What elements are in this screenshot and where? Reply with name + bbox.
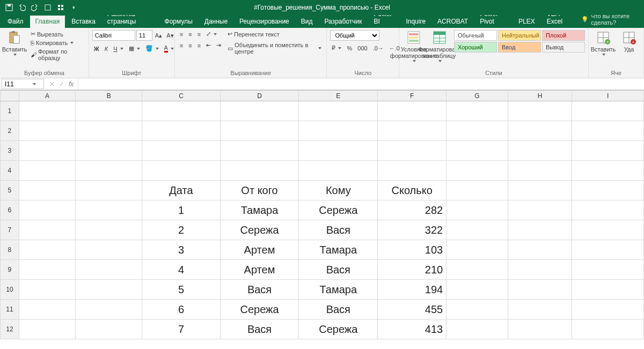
merge-center-button[interactable]: ▭Объединить и поместить в центре [226, 41, 323, 55]
cell-B7[interactable] [76, 220, 142, 240]
cell-C9[interactable]: 4 [142, 260, 220, 280]
cell-H3[interactable] [508, 141, 572, 161]
style-neutral[interactable]: Нейтральный [498, 30, 541, 41]
cell-C1[interactable] [142, 101, 220, 121]
cell-F8[interactable]: 103 [378, 240, 447, 260]
row-header-4[interactable]: 4 [1, 161, 19, 181]
row-header-5[interactable]: 5 [1, 181, 19, 201]
cell-B8[interactable] [76, 240, 142, 260]
align-bottom-icon[interactable]: ≡ [196, 31, 202, 38]
format-painter-button[interactable]: 🖌Формат по образцу [29, 48, 85, 62]
currency-icon[interactable]: ₽ [330, 44, 343, 52]
cell-D12[interactable]: Вася [220, 320, 299, 339]
tab-inquire[interactable]: Inquire [400, 16, 431, 28]
cancel-formula-icon[interactable]: ✕ [49, 80, 55, 88]
style-input[interactable]: Ввод [498, 42, 541, 53]
cell-B3[interactable] [76, 141, 142, 161]
orientation-icon[interactable]: ⤢ [204, 30, 218, 38]
cell-F11[interactable]: 455 [378, 300, 447, 320]
tab-data[interactable]: Данные [199, 16, 233, 28]
cell-B4[interactable] [76, 161, 142, 181]
name-box-input[interactable] [5, 80, 32, 88]
cell-I8[interactable] [572, 240, 644, 260]
qat-btn1-icon[interactable] [44, 4, 52, 11]
name-box[interactable] [1, 79, 44, 89]
cell-E12[interactable]: Сережа [299, 320, 378, 339]
cell-F6[interactable]: 282 [378, 201, 447, 220]
cell-E4[interactable] [299, 161, 378, 181]
cell-I12[interactable] [572, 320, 644, 339]
cell-F7[interactable]: 322 [378, 220, 447, 240]
cell-F12[interactable]: 413 [378, 320, 447, 339]
cell-F9[interactable]: 210 [378, 260, 447, 280]
select-all-corner[interactable] [1, 91, 19, 101]
cell-I3[interactable] [572, 141, 644, 161]
cell-C12[interactable]: 7 [142, 320, 220, 339]
cell-E5[interactable]: Кому [299, 181, 378, 201]
cell-C2[interactable] [142, 121, 220, 141]
customize-qat-icon[interactable]: ▾ [70, 4, 77, 11]
cell-E11[interactable]: Вася [299, 300, 378, 320]
decrease-indent-icon[interactable]: ⇤ [204, 41, 213, 49]
cell-E1[interactable] [299, 101, 378, 121]
cell-I9[interactable] [572, 260, 644, 280]
cell-G7[interactable] [447, 220, 508, 240]
cell-E10[interactable]: Тамара [299, 280, 378, 300]
paste-button[interactable]: Вставить [3, 30, 26, 56]
align-top-icon[interactable]: ≡ [178, 31, 185, 38]
align-left-icon[interactable]: ≡ [178, 42, 185, 49]
italic-button[interactable]: К [103, 45, 109, 53]
tab-acrobat[interactable]: ACROBAT [432, 16, 473, 28]
cell-E6[interactable]: Сережа [299, 201, 378, 220]
cell-H9[interactable] [508, 260, 572, 280]
cell-H8[interactable] [508, 240, 572, 260]
cell-D1[interactable] [220, 101, 299, 121]
cell-F1[interactable] [378, 101, 447, 121]
cell-H6[interactable] [508, 201, 572, 220]
font-size-input[interactable] [136, 30, 152, 41]
cell-G5[interactable] [447, 181, 508, 201]
cell-E3[interactable] [299, 141, 378, 161]
cell-A1[interactable] [19, 101, 75, 121]
tab-file[interactable]: Файл [2, 16, 29, 28]
cell-A10[interactable] [19, 280, 75, 300]
delete-cells-button[interactable]: × Уда [618, 30, 640, 53]
cell-H11[interactable] [508, 300, 572, 320]
cell-H5[interactable] [508, 181, 572, 201]
cell-C6[interactable]: 1 [142, 201, 220, 220]
cell-I1[interactable] [572, 101, 644, 121]
cell-B2[interactable] [76, 121, 142, 141]
cell-B10[interactable] [76, 280, 142, 300]
column-header-B[interactable]: B [76, 91, 142, 101]
cell-B11[interactable] [76, 300, 142, 320]
cell-styles-gallery[interactable]: Обычный Нейтральный Плохой Хороший Ввод … [454, 30, 585, 53]
cell-D11[interactable]: Сережа [220, 300, 299, 320]
row-header-11[interactable]: 11 [1, 300, 19, 320]
borders-button[interactable]: ▦ [127, 44, 142, 53]
cell-C7[interactable]: 2 [142, 220, 220, 240]
cell-B5[interactable] [76, 181, 142, 201]
cell-A12[interactable] [19, 320, 75, 339]
cell-G3[interactable] [447, 141, 508, 161]
cell-I11[interactable] [572, 300, 644, 320]
cell-I5[interactable] [572, 181, 644, 201]
enter-formula-icon[interactable]: ✓ [59, 80, 64, 88]
cell-H12[interactable] [508, 320, 572, 339]
cell-D2[interactable] [220, 121, 299, 141]
cell-G11[interactable] [447, 300, 508, 320]
cell-E9[interactable]: Вася [299, 260, 378, 280]
style-bad[interactable]: Плохой [542, 30, 585, 41]
cell-C10[interactable]: 5 [142, 280, 220, 300]
row-header-9[interactable]: 9 [1, 260, 19, 280]
increase-decimal-icon[interactable]: .0→ [371, 44, 385, 52]
cell-E8[interactable]: Тамара [299, 240, 378, 260]
cell-H7[interactable] [508, 220, 572, 240]
cell-I6[interactable] [572, 201, 644, 220]
cell-G12[interactable] [447, 320, 508, 339]
cell-B9[interactable] [76, 260, 142, 280]
cell-A7[interactable] [19, 220, 75, 240]
cell-B6[interactable] [76, 201, 142, 220]
row-header-2[interactable]: 2 [1, 121, 19, 141]
column-header-I[interactable]: I [572, 91, 644, 101]
cell-I7[interactable] [572, 220, 644, 240]
